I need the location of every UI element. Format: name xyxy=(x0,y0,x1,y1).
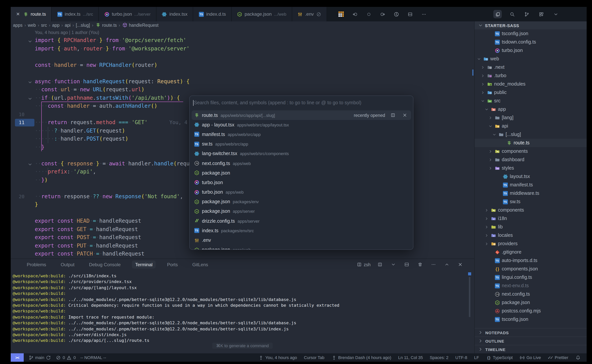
breadcrumb-item-route.ts[interactable]: route.ts xyxy=(95,22,117,28)
sidebar-item-lib[interactable]: lib xyxy=(475,223,587,231)
code-line[interactable]: export·const·PATCH·=·handleRequest xyxy=(11,250,474,258)
terminal-dropdown-button[interactable] xyxy=(389,260,397,269)
sidebar-item-postcss.config.mjs[interactable]: postcss.config.mjs xyxy=(475,307,587,315)
terminal-shell[interactable]: zsh xyxy=(357,262,370,267)
terminal[interactable]: ⌘K to generate a command @workspace/web:… xyxy=(11,270,474,353)
sidebar-item-.gitignore[interactable]: .gitignore xyxy=(475,248,587,256)
code-line[interactable]: import·{·RPCHandler·}·from·'@orpc/server… xyxy=(11,36,474,45)
sidebar-item-sw.ts[interactable]: TSsw.ts xyxy=(475,197,587,206)
sidebar-item-src[interactable]: </>src xyxy=(475,97,587,105)
split-terminal-button[interactable] xyxy=(402,260,411,269)
tab-route.ts[interactable]: ✕route.ts xyxy=(11,7,52,21)
sidebar-item-route.ts[interactable]: route.ts xyxy=(475,139,587,147)
panel-tab-ports[interactable]: Ports xyxy=(164,260,181,268)
extensions-button[interactable] xyxy=(537,10,545,18)
sidebar-item-app[interactable]: app xyxy=(475,105,587,113)
status-item[interactable]: Cursor Tab xyxy=(304,355,324,360)
breadcrumb-item-handleRequest[interactable]: handleRequest xyxy=(122,22,159,28)
code-line[interactable]: const·handler·=·new·RPCHandler(router) xyxy=(11,61,474,69)
sidebar-item-node_modules[interactable]: node_modules xyxy=(475,80,587,88)
quick-open-item-index.ts[interactable]: TSindex.tspackages/env/src xyxy=(192,226,411,235)
sidebar-item-[lang][interactable]: [lang] xyxy=(475,113,587,122)
more-button[interactable] xyxy=(420,10,428,18)
section-notepads[interactable]: NOTEPADS xyxy=(475,328,587,337)
status-item[interactable]: Spaces: 2 xyxy=(430,355,448,360)
quick-open-item-.env[interactable]: .env xyxy=(192,235,411,245)
sidebar-item-package.json[interactable]: JSpackage.json xyxy=(475,298,587,307)
quick-open-item-route.ts[interactable]: route.tsapps/web/src/app/api/[...slug]re… xyxy=(192,110,411,120)
section-timeline[interactable]: TIMELINE xyxy=(475,345,587,353)
quick-open-item-package.json[interactable]: JSpackage.jsonapps/web xyxy=(192,245,411,250)
kill-terminal-button[interactable] xyxy=(416,260,424,269)
copy-button[interactable] xyxy=(493,10,502,18)
tab-index.ts[interactable]: TSindex.ts.../src xyxy=(52,7,99,21)
sidebar-item-providers[interactable]: providers xyxy=(475,240,587,248)
tab-index.tsx[interactable]: index.tsx xyxy=(156,7,193,21)
sidebar-item-tsdown.config.ts[interactable]: TStsdown.config.ts xyxy=(475,38,587,46)
code-line[interactable] xyxy=(11,53,474,61)
sidebar-item-locales[interactable]: Alocales xyxy=(475,231,587,240)
code-line[interactable]: ··const·url·=·new·URL(request.url) xyxy=(11,85,474,94)
status-item[interactable]: You, 4 hours ago xyxy=(259,355,297,360)
close-icon[interactable]: ✕ xyxy=(16,12,20,17)
status-item[interactable]: 00 xyxy=(56,355,76,360)
sidebar-item-tsconfig.json[interactable]: TStsconfig.json xyxy=(475,29,587,38)
status-item[interactable]: UTF-8 xyxy=(455,355,467,360)
sidebar-item-api[interactable]: api xyxy=(475,122,587,130)
status-item[interactable]: main xyxy=(28,355,51,360)
sidebar-item-auto-imports.d.ts[interactable]: TSauto-imports.d.ts xyxy=(475,256,587,265)
run-circle-button[interactable] xyxy=(392,10,401,18)
sidebar-item-next.config.ts[interactable]: next.config.ts xyxy=(475,290,587,298)
quick-open-item-sw.ts[interactable]: TSsw.tsapps/web/src/app xyxy=(192,139,411,149)
breadcrumb[interactable]: apps›web›src›app›api›[...slug]›route.ts›… xyxy=(11,21,474,29)
panel-tab-problems[interactable]: Problems xyxy=(24,260,49,268)
status-item[interactable]: LF xyxy=(474,355,479,360)
quick-open-item-turbo.json[interactable]: turbo.json xyxy=(192,178,411,187)
panel-tab-debug-console[interactable]: Debug Console xyxy=(86,260,123,268)
terminal-scrollbar[interactable] xyxy=(469,277,470,317)
status-item[interactable]: -- NORMAL -- xyxy=(80,355,106,360)
status-item[interactable]: { }TypeScript xyxy=(486,355,513,360)
remove-from-list-button[interactable] xyxy=(400,111,409,119)
sidebar-item-i18n[interactable]: Ai18n xyxy=(475,214,587,223)
grid-colored-button[interactable] xyxy=(337,10,345,18)
panel-tab-gitlens[interactable]: GitLens xyxy=(189,260,211,268)
quick-open-item-drizzle.config.ts[interactable]: drizzle.config.tsapps/server xyxy=(192,216,411,226)
remote-indicator[interactable]: >< xyxy=(11,353,24,362)
search-button[interactable] xyxy=(508,10,516,18)
status-item[interactable]: Ln 11, Col 35 xyxy=(398,355,423,360)
breadcrumb-item-apps[interactable]: apps xyxy=(13,23,23,27)
quick-open-item-lang-switcher.tsx[interactable]: lang-switcher.tsxapps/web/src/components xyxy=(192,149,411,158)
sidebar-item-styles[interactable]: CSSstyles xyxy=(475,164,587,172)
quick-open-input[interactable]: Search files, content, and symbols (appe… xyxy=(190,96,413,110)
code-line[interactable] xyxy=(11,69,474,77)
tab-index.d.ts[interactable]: TSindex.d.ts xyxy=(193,7,232,21)
quick-open-item-turbo.json[interactable]: turbo.jsonapps/web xyxy=(192,187,411,197)
quick-open-item-manifest.ts[interactable]: TSmanifest.tsapps/web/src/app xyxy=(192,130,411,139)
section-outline[interactable]: OUTLINE xyxy=(475,337,587,345)
code-line[interactable]: async·function·handleRequest(request:·Re… xyxy=(11,77,474,85)
tab-package.json[interactable]: JSpackage.json.../web xyxy=(232,7,292,21)
split-rect-button[interactable] xyxy=(406,10,414,18)
status-item[interactable] xyxy=(575,355,580,360)
more-actions-button[interactable] xyxy=(429,260,437,269)
quick-open-item-app - layout.tsx[interactable]: app - layout.tsxapps/web/src/app/layout.… xyxy=(192,120,411,130)
status-item[interactable]: Go Live xyxy=(519,355,541,360)
sidebar-item-[...slug][interactable]: [...slug] xyxy=(475,130,587,139)
breadcrumb-item-api[interactable]: api xyxy=(65,23,71,27)
nav-back-button[interactable] xyxy=(351,10,359,18)
breadcrumb-item-app[interactable]: app xyxy=(52,23,60,27)
maximize-panel-button[interactable] xyxy=(443,260,451,269)
sidebar-item-middleware.ts[interactable]: TSmiddleware.ts xyxy=(475,189,587,197)
nav-forward-button[interactable] xyxy=(378,10,387,18)
source-control-button[interactable] xyxy=(522,10,531,18)
editor-scrollbar-mark[interactable] xyxy=(472,70,473,76)
status-item[interactable]: ✓✓Prettier xyxy=(548,355,568,360)
sidebar-item-public[interactable]: public xyxy=(475,88,587,97)
explorer-header[interactable]: STARTER-SASS xyxy=(475,21,587,29)
sidebar-item-manifest.ts[interactable]: TSmanifest.ts xyxy=(475,181,587,189)
sidebar-item-.next[interactable]: N.next xyxy=(475,63,587,72)
code-line[interactable]: import·{·auth,·router·}·from·'@workspace… xyxy=(11,45,474,53)
tab-.env[interactable]: .env xyxy=(292,7,327,21)
new-terminal-button[interactable] xyxy=(376,260,384,269)
